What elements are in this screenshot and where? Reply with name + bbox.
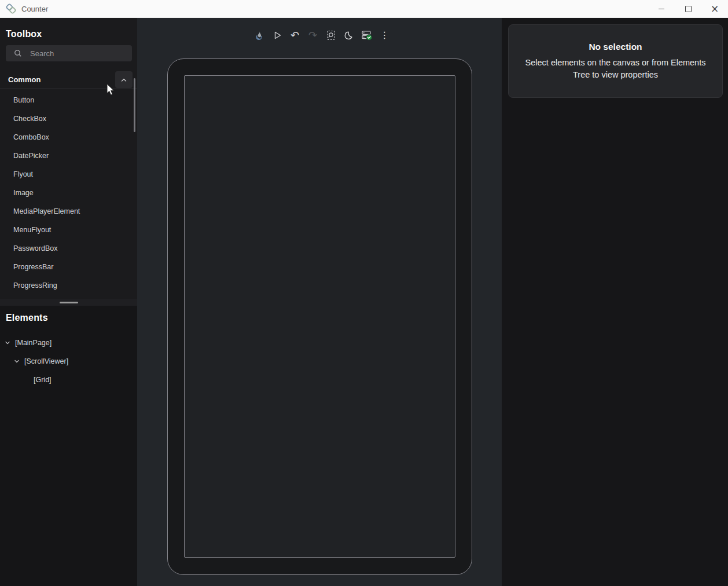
- toolbox-search-box[interactable]: [6, 45, 132, 61]
- undo-icon[interactable]: ↶: [286, 27, 303, 43]
- maximize-button[interactable]: [675, 0, 701, 17]
- zoom-selection-icon[interactable]: [322, 27, 339, 43]
- section-divider: [0, 89, 137, 89]
- close-button[interactable]: ×: [701, 0, 728, 17]
- toolbox-section-header-common[interactable]: Common: [0, 71, 137, 89]
- chevron-up-icon: [120, 76, 127, 83]
- toolbox-item-datepicker[interactable]: DatePicker: [0, 146, 133, 165]
- toolbox-item-combobox[interactable]: ComboBox: [0, 128, 133, 146]
- panel-splitter[interactable]: [0, 299, 137, 306]
- collapse-section-button[interactable]: [115, 71, 133, 88]
- no-selection-card: No selection Select elements on the canv…: [508, 24, 723, 98]
- hot-design-flame-icon[interactable]: [251, 27, 267, 43]
- elements-heading: Elements: [6, 313, 48, 323]
- dark-theme-moon-icon[interactable]: [340, 27, 357, 43]
- toolbox-panel: Toolbox Common ButtonCheckBoxComboBoxDat…: [0, 18, 137, 299]
- no-selection-title: No selection: [589, 42, 642, 52]
- tree-node-label: [MainPage]: [15, 339, 52, 347]
- uno-platform-logo-icon: [6, 3, 16, 14]
- toolbox-item-progressbar[interactable]: ProgressBar: [0, 258, 133, 276]
- design-canvas[interactable]: ↶ ↷ ⋮: [137, 18, 502, 586]
- search-input[interactable]: [29, 49, 118, 58]
- minimize-button[interactable]: [648, 0, 675, 17]
- toolbox-item-checkbox[interactable]: CheckBox: [0, 109, 133, 128]
- close-icon: ×: [711, 4, 719, 14]
- tree-node-mainpage[interactable]: [MainPage]: [0, 334, 137, 352]
- splitter-grip-icon: [60, 302, 78, 303]
- toolbox-item-menuflyout[interactable]: MenuFlyout: [0, 221, 133, 239]
- chevron-down-icon[interactable]: [5, 340, 10, 346]
- search-icon: [14, 49, 22, 57]
- redo-icon: ↷: [304, 27, 321, 43]
- toolbox-item-flyout[interactable]: Flyout: [0, 165, 133, 184]
- toolbox-item-image[interactable]: Image: [0, 184, 133, 202]
- minimize-icon: [659, 9, 664, 9]
- toolbox-scrollbar[interactable]: [134, 78, 135, 132]
- no-selection-message: Select elements on the canvas or from El…: [525, 57, 706, 81]
- tree-node-scrollviewer[interactable]: [ScrollViewer]: [0, 352, 137, 371]
- toolbox-item-passwordbox[interactable]: PasswordBox: [0, 239, 133, 258]
- maximize-icon: [685, 6, 692, 12]
- connection-status-ok-icon[interactable]: [358, 27, 375, 43]
- toolbox-heading: Toolbox: [6, 29, 42, 39]
- title-bar: Counter ×: [0, 0, 728, 18]
- toolbox-item-progressring[interactable]: ProgressRing: [0, 276, 133, 295]
- tree-node-grid[interactable]: [Grid]: [0, 371, 137, 389]
- device-screen[interactable]: [184, 75, 455, 558]
- chevron-down-icon[interactable]: [14, 358, 20, 364]
- tree-node-label: [Grid]: [34, 376, 52, 384]
- design-toolbar: ↶ ↷ ⋮: [251, 27, 393, 44]
- elements-panel: Elements [MainPage][ScrollViewer][Grid]: [0, 306, 137, 586]
- elements-tree: [MainPage][ScrollViewer][Grid]: [0, 334, 137, 389]
- section-label: Common: [8, 75, 41, 84]
- play-icon[interactable]: [269, 27, 285, 43]
- tree-node-label: [ScrollViewer]: [24, 357, 68, 365]
- toolbox-item-list: ButtonCheckBoxComboBoxDatePickerFlyoutIm…: [0, 91, 133, 295]
- more-options-icon[interactable]: ⋮: [376, 27, 393, 43]
- properties-panel: No selection Select elements on the canv…: [502, 18, 728, 586]
- toolbox-item-mediaplayerelement[interactable]: MediaPlayerElement: [0, 202, 133, 221]
- window-title: Counter: [21, 5, 48, 13]
- toolbox-item-button[interactable]: Button: [0, 91, 133, 109]
